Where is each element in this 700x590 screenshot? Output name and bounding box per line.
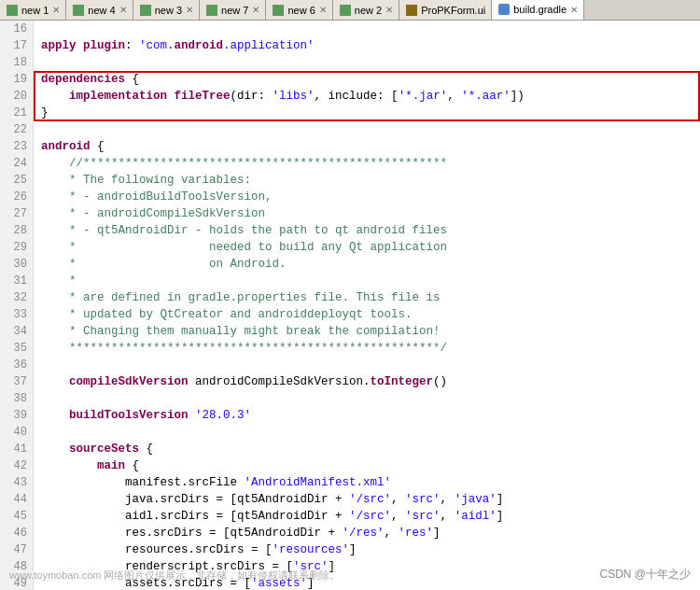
code-line-45: aidl.srcDirs = [qt5AndroidDir + '/src', … xyxy=(41,508,700,525)
line-num-41: 41 xyxy=(6,441,27,457)
line-numbers: 1617181920212223242526272829303132333435… xyxy=(0,21,34,590)
code-line-23: android { xyxy=(41,138,700,155)
code-line-33: * updated by QtCreator and androiddeploy… xyxy=(41,306,700,323)
code-line-22 xyxy=(41,121,700,138)
tab-icon-new1 xyxy=(6,4,19,17)
tab-propkform[interactable]: ProPKForm.ui xyxy=(399,0,492,21)
line-num-39: 39 xyxy=(6,407,27,424)
tab-close-new6[interactable]: ✕ xyxy=(319,5,327,15)
tab-label-new3: new 3 xyxy=(155,5,182,16)
tab-icon-new4 xyxy=(72,4,85,17)
code-line-34: * Changing them manually might break the… xyxy=(41,323,700,340)
code-line-31: * xyxy=(41,273,700,289)
code-line-19: dependencies { xyxy=(41,71,700,88)
code-line-24: //**************************************… xyxy=(41,155,700,172)
tab-new7[interactable]: new 7 ✕ xyxy=(200,0,266,21)
code-line-20: implementation fileTree(dir: 'libs', inc… xyxy=(41,88,700,105)
tab-label-new2: new 2 xyxy=(355,5,382,16)
code-line-25: * The following variables: xyxy=(41,172,700,189)
tab-icon-build-gradle xyxy=(497,3,511,16)
line-num-21: 21 xyxy=(6,105,27,121)
line-num-42: 42 xyxy=(6,457,27,474)
line-num-44: 44 xyxy=(6,491,27,508)
tab-label-propkform: ProPKForm.ui xyxy=(421,5,485,16)
line-num-28: 28 xyxy=(6,222,27,239)
code-line-21: } xyxy=(41,105,700,121)
tab-close-new3[interactable]: ✕ xyxy=(186,5,193,15)
tab-new6[interactable]: new 6 ✕ xyxy=(266,0,332,21)
code-line-36 xyxy=(41,357,700,373)
tab-close-new2[interactable]: ✕ xyxy=(385,5,393,15)
tab-icon-new6 xyxy=(272,4,285,17)
line-num-18: 18 xyxy=(6,54,27,71)
line-num-46: 46 xyxy=(6,525,27,541)
tab-new1[interactable]: new 1 ✕ xyxy=(0,0,66,21)
code-line-16 xyxy=(41,21,700,37)
tab-label-build-gradle: build.gradle xyxy=(513,4,567,15)
code-line-37: compileSdkVersion androidCompileSdkVersi… xyxy=(41,373,700,390)
code-line-44: java.srcDirs = [qt5AndroidDir + '/src', … xyxy=(41,491,700,508)
tab-new4[interactable]: new 4 ✕ xyxy=(66,0,133,21)
tab-label-new4: new 4 xyxy=(88,5,115,16)
tab-build-gradle[interactable]: build.gradle ✕ xyxy=(492,0,584,21)
line-num-37: 37 xyxy=(6,373,27,390)
tab-new2[interactable]: new 2 ✕ xyxy=(333,0,399,21)
code-line-27: * - androidCompileSdkVersion xyxy=(41,205,700,222)
tab-label-new7: new 7 xyxy=(221,5,248,16)
line-num-32: 32 xyxy=(6,289,27,306)
line-num-20: 20 xyxy=(6,88,27,105)
code-line-42: main { xyxy=(41,457,700,474)
line-num-24: 24 xyxy=(6,155,27,172)
code-line-46: res.srcDirs = [qt5AndroidDir + '/res', '… xyxy=(41,525,700,541)
code-line-30: * on Android. xyxy=(41,256,700,273)
line-num-45: 45 xyxy=(6,508,27,525)
watermark-right: CSDN @十年之少 xyxy=(599,567,691,583)
code-line-35: ****************************************… xyxy=(41,340,700,357)
line-num-47: 47 xyxy=(6,541,27,558)
line-num-29: 29 xyxy=(6,239,27,256)
tab-icon-new7 xyxy=(205,4,218,17)
line-num-23: 23 xyxy=(6,138,27,155)
line-num-16: 16 xyxy=(6,21,27,37)
code-line-26: * - androidBuildToolsVersion, xyxy=(41,189,700,205)
line-num-27: 27 xyxy=(6,205,27,222)
tab-close-build-gradle[interactable]: ✕ xyxy=(570,5,578,15)
tab-icon-new2 xyxy=(339,4,352,17)
tab-label-new6: new 6 xyxy=(287,5,315,16)
code-line-41: sourceSets { xyxy=(41,441,700,457)
line-num-43: 43 xyxy=(6,474,27,491)
line-num-19: 19 xyxy=(6,71,27,88)
line-num-34: 34 xyxy=(6,323,27,340)
line-num-31: 31 xyxy=(6,273,27,289)
editor-area: 1617181920212223242526272829303132333435… xyxy=(0,21,700,590)
code-line-29: * needed to build any Qt application xyxy=(41,239,700,256)
code-line-17: apply plugin: 'com.android.application' xyxy=(41,37,700,54)
code-line-28: * - qt5AndroidDir - holds the path to qt… xyxy=(41,222,700,239)
tab-icon-new3 xyxy=(139,4,152,17)
tab-bar: new 1 ✕ new 4 ✕ new 3 ✕ new 7 ✕ new 6 ✕ … xyxy=(0,0,700,21)
code-line-38 xyxy=(41,390,700,407)
tab-close-new4[interactable]: ✕ xyxy=(119,5,127,15)
line-num-35: 35 xyxy=(6,340,27,357)
code-line-47: resources.srcDirs = ['resources'] xyxy=(41,541,700,558)
line-num-22: 22 xyxy=(6,121,27,138)
line-num-26: 26 xyxy=(6,189,27,205)
tab-new3[interactable]: new 3 ✕ xyxy=(133,0,200,21)
tab-close-new7[interactable]: ✕ xyxy=(252,5,259,15)
tab-icon-propkform xyxy=(405,4,418,17)
line-num-25: 25 xyxy=(6,172,27,189)
line-num-17: 17 xyxy=(6,37,27,54)
code-line-39: buildToolsVersion '28.0.3' xyxy=(41,407,700,424)
code-line-32: * are defined in gradle.properties file.… xyxy=(41,289,700,306)
watermark-url: www.toymoban.com 网络图片仅供展示，非存储，如有侵权请联系删除。 xyxy=(9,569,340,583)
code-content[interactable]: apply plugin: 'com.android.application' … xyxy=(34,21,700,590)
line-num-40: 40 xyxy=(6,424,27,441)
tab-label-new1: new 1 xyxy=(21,5,49,16)
code-line-40 xyxy=(41,424,700,441)
line-num-36: 36 xyxy=(6,357,27,373)
code-line-18 xyxy=(41,54,700,71)
line-num-38: 38 xyxy=(6,390,27,407)
tab-close-new1[interactable]: ✕ xyxy=(52,5,60,15)
line-num-30: 30 xyxy=(6,256,27,273)
code-line-43: manifest.srcFile 'AndroidManifest.xml' xyxy=(41,474,700,491)
